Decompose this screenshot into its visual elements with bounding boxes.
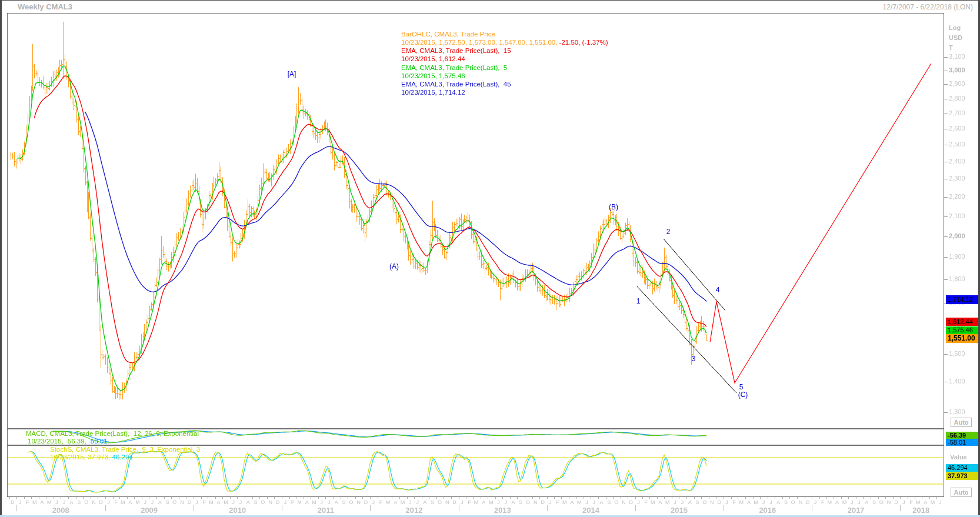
x-axis-month-label: S [606,499,612,505]
date-range-label: 12/7/2007 - 6/22/2018 (LON) [883,3,973,11]
x-axis-month-label: J [849,499,855,505]
x-axis-year-label: 2009 [141,506,158,515]
x-axis-month-label: S [518,499,524,505]
x-axis-month-label: J [54,499,60,505]
x-axis-month-label: A [657,499,663,505]
auto-scale-button-stoch[interactable]: Auto [951,488,972,497]
x-axis-month-label: F [378,499,384,505]
x-axis-month-label: J [591,499,597,505]
x-axis-month-label: J [495,499,501,505]
x-axis-month-label: J [635,499,641,505]
macd-flag: -56.39 [946,432,979,439]
stoch-legend-line1: StochS, CMAL3, Trade Price, 9, 3, Expone… [50,446,200,453]
x-axis-month-label: N [621,499,626,505]
x-axis-month-label: D [716,499,722,505]
macd-legend-line2: 10/23/2015, -56.39, -58.01 [28,438,108,445]
x-axis-year-label: 2013 [494,506,511,515]
x-axis-month-label: M [576,499,582,505]
legend-ema5-value: 10/23/2015, 1,575.46 [401,72,465,79]
x-axis-month-label: J [856,499,862,505]
x-axis-month-label: J [768,499,774,505]
x-axis-month-label: N [798,499,804,505]
legend-bar-values: 10/23/2015, 1,572.50, 1,573.00, 1,547.00… [401,39,608,46]
x-axis-month-label: M [841,499,847,505]
y-axis-tick-label: 3,000 [949,66,965,74]
x-axis-month-label: O [878,499,884,505]
x-axis-month-label: A [128,499,134,505]
elliott-wave-label: (B) [609,203,618,211]
y-axis-tick-label: 1,800 [949,275,965,282]
y-axis-tick-label: 1,900 [949,253,965,260]
x-axis-year-label: 2014 [582,506,599,515]
y-axis-tick-label: 2,600 [949,125,965,132]
x-axis-month-label: J [319,499,325,505]
x-axis-month-label: J [149,499,155,505]
x-axis-month-label: M [311,499,317,505]
x-axis-month-label: J [194,499,200,505]
y-axis-tick-label: 2,400 [949,158,965,165]
x-axis-year-label: 2017 [848,506,865,515]
x-axis-month-label: F [908,499,914,505]
x-axis-month-label: A [864,499,869,505]
x-axis-month-label: J [672,499,678,505]
x-axis-month-label: J [937,499,943,505]
axis-scale-label: Log [949,24,961,31]
stoch-d-flag: 46.294 [946,464,979,472]
title-bar: Weekly CMAL3 12/7/2007 - 6/22/2018 (LON) [0,0,980,13]
y-axis-tick-label: 1,500 [949,350,965,357]
macd-legend-line1: MACD, CMAL3, Trade Price(Last), 12, 26, … [26,430,199,437]
x-axis-month-label: F [643,499,649,505]
x-axis-month-label: D [452,499,458,505]
x-axis-month-label: A [510,499,516,505]
x-axis-month-label: A [216,499,222,505]
ema5-price-flag: 1,575.46 [946,326,979,334]
macd-signal-flag: -58.01 [946,439,979,446]
x-axis-month-label: A [687,499,693,505]
x-axis-month-label: D [805,499,811,505]
elliott-wave-label: 1 [636,297,641,305]
elliott-wave-label: [A] [288,70,296,78]
y-axis-tick-label: 2,200 [949,193,965,200]
x-axis-month-label: F [201,499,207,505]
x-axis-month-label: S [694,499,700,505]
auto-scale-button-main[interactable]: Auto [951,418,972,427]
x-axis-month-label: M [474,499,479,505]
x-axis-month-label: F [113,499,119,505]
x-axis-month-label: J [142,499,148,505]
x-axis-month-label: O [525,499,531,505]
x-axis-month-label: M [488,499,494,505]
x-axis-month-label: O [172,499,178,505]
x-axis-month-label: O [790,499,796,505]
x-axis-month-label: O [260,499,266,505]
elliott-wave-label: 3 [692,355,696,363]
legend-ema15-value: 10/23/2015, 1,612.44 [401,55,465,62]
x-axis-month-label: S [76,499,82,505]
x-axis-month-label: M [135,499,141,505]
x-axis-month-label: A [569,499,575,505]
x-axis-month-label: D [893,499,899,505]
x-axis-month-label: J [17,499,23,505]
elliott-wave-label: 4 [716,286,720,294]
x-axis-month-label: O [702,499,708,505]
x-axis-month-label: S [253,499,259,505]
chart-title: Weekly CMAL3 [18,2,72,11]
elliott-wave-label: 2 [666,228,671,236]
x-axis-month-label: F [731,499,737,505]
x-axis-month-label: F [466,499,472,505]
y-axis-tick-label: 2,100 [949,212,965,219]
legend-ema5: EMA, CMAL3, Trade Price(Last), 5 [401,64,507,71]
x-axis-month-label: M [223,499,229,505]
legend-ema15: EMA, CMAL3, Trade Price(Last), 15 [401,47,511,54]
window-frame-left [0,0,2,517]
x-axis-month-label: A [834,499,840,505]
x-axis-month-label: J [901,499,906,505]
y-axis-tick-label: 1,300 [949,408,965,415]
stoch-legend-d-value: 46.294 [112,453,133,461]
window-frame-top [0,0,980,1]
x-axis-month-label: N [709,499,715,505]
legend-change-value: -21.50, (-1.37%) [559,39,608,46]
x-axis-month-label: M [32,499,38,505]
chart-canvas[interactable] [0,0,980,517]
x-axis-month-label: J [503,499,509,505]
x-axis-month-label: F [555,499,561,505]
